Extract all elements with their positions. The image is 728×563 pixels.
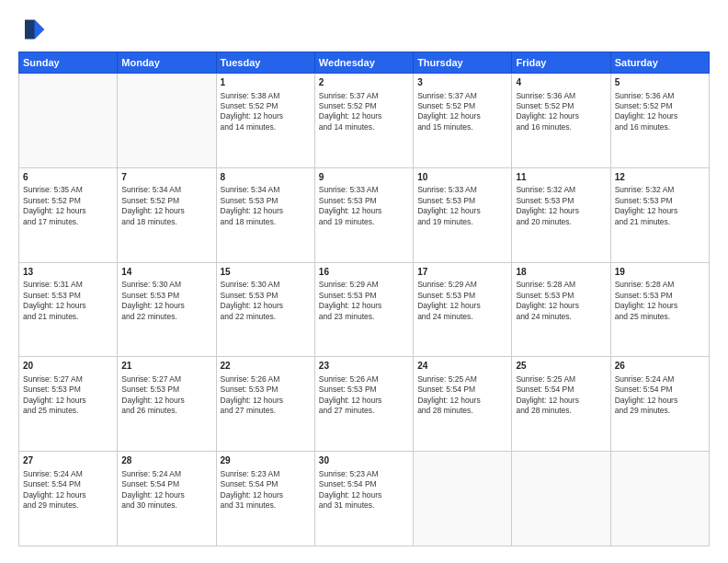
day-number: 7: [121, 171, 211, 184]
calendar-week-row: 6Sunrise: 5:35 AM Sunset: 5:52 PM Daylig…: [19, 167, 710, 262]
cell-sun-info: Sunrise: 5:29 AM Sunset: 5:53 PM Dayligh…: [319, 280, 409, 322]
calendar-cell: 7Sunrise: 5:34 AM Sunset: 5:52 PM Daylig…: [118, 167, 216, 262]
cell-sun-info: Sunrise: 5:35 AM Sunset: 5:52 PM Dayligh…: [23, 185, 113, 227]
calendar-cell: 30Sunrise: 5:23 AM Sunset: 5:54 PM Dayli…: [314, 452, 413, 546]
cell-sun-info: Sunrise: 5:26 AM Sunset: 5:53 PM Dayligh…: [319, 374, 409, 417]
day-number: 16: [319, 266, 409, 279]
calendar-cell: 17Sunrise: 5:29 AM Sunset: 5:53 PM Dayli…: [414, 262, 512, 357]
calendar-cell: 13Sunrise: 5:31 AM Sunset: 5:53 PM Dayli…: [19, 262, 118, 357]
day-number: 6: [23, 171, 113, 184]
day-number: 22: [221, 360, 311, 373]
day-number: 1: [221, 76, 311, 89]
cell-sun-info: Sunrise: 5:26 AM Sunset: 5:53 PM Dayligh…: [221, 374, 311, 417]
calendar-cell: 18Sunrise: 5:28 AM Sunset: 5:53 PM Dayli…: [512, 262, 610, 357]
day-number: 18: [516, 266, 606, 279]
calendar-cell: 5Sunrise: 5:36 AM Sunset: 5:52 PM Daylig…: [610, 74, 709, 168]
calendar-table: SundayMondayTuesdayWednesdayThursdayFrid…: [18, 52, 710, 546]
cell-sun-info: Sunrise: 5:34 AM Sunset: 5:52 PM Dayligh…: [121, 185, 211, 227]
day-number: 20: [23, 360, 113, 373]
calendar-cell: 9Sunrise: 5:33 AM Sunset: 5:53 PM Daylig…: [314, 167, 413, 262]
day-number: 14: [121, 266, 211, 279]
calendar-cell: [610, 452, 709, 546]
day-number: 28: [121, 454, 211, 467]
cell-sun-info: Sunrise: 5:29 AM Sunset: 5:53 PM Dayligh…: [417, 280, 507, 322]
logo-icon: [18, 17, 44, 42]
day-number: 10: [417, 171, 507, 184]
day-number: 30: [319, 454, 409, 467]
calendar-cell: 4Sunrise: 5:36 AM Sunset: 5:52 PM Daylig…: [512, 74, 610, 168]
calendar-cell: 25Sunrise: 5:25 AM Sunset: 5:54 PM Dayli…: [512, 357, 610, 452]
calendar-week-row: 1Sunrise: 5:38 AM Sunset: 5:52 PM Daylig…: [19, 74, 710, 168]
calendar-cell: 1Sunrise: 5:38 AM Sunset: 5:52 PM Daylig…: [216, 74, 314, 168]
cell-sun-info: Sunrise: 5:23 AM Sunset: 5:54 PM Dayligh…: [221, 469, 311, 511]
calendar-cell: 2Sunrise: 5:37 AM Sunset: 5:52 PM Daylig…: [314, 74, 413, 168]
cell-sun-info: Sunrise: 5:25 AM Sunset: 5:54 PM Dayligh…: [417, 374, 507, 417]
day-number: 24: [417, 360, 507, 373]
day-number: 2: [319, 76, 409, 89]
calendar-cell: 16Sunrise: 5:29 AM Sunset: 5:53 PM Dayli…: [314, 262, 413, 357]
calendar-cell: 10Sunrise: 5:33 AM Sunset: 5:53 PM Dayli…: [414, 167, 512, 262]
calendar-cell: 28Sunrise: 5:24 AM Sunset: 5:54 PM Dayli…: [118, 452, 216, 546]
cell-sun-info: Sunrise: 5:30 AM Sunset: 5:53 PM Dayligh…: [221, 280, 311, 322]
day-number: 26: [615, 360, 705, 373]
cell-sun-info: Sunrise: 5:23 AM Sunset: 5:54 PM Dayligh…: [319, 469, 409, 511]
cell-sun-info: Sunrise: 5:24 AM Sunset: 5:54 PM Dayligh…: [615, 374, 705, 417]
calendar-week-row: 27Sunrise: 5:24 AM Sunset: 5:54 PM Dayli…: [19, 452, 710, 546]
weekday-header: Monday: [118, 52, 216, 74]
calendar-cell: 6Sunrise: 5:35 AM Sunset: 5:52 PM Daylig…: [19, 167, 118, 262]
cell-sun-info: Sunrise: 5:28 AM Sunset: 5:53 PM Dayligh…: [615, 280, 705, 322]
day-number: 15: [221, 266, 311, 279]
calendar-cell: 14Sunrise: 5:30 AM Sunset: 5:53 PM Dayli…: [118, 262, 216, 357]
day-number: 27: [23, 454, 113, 467]
calendar-cell: 24Sunrise: 5:25 AM Sunset: 5:54 PM Dayli…: [414, 357, 512, 452]
calendar-week-row: 13Sunrise: 5:31 AM Sunset: 5:53 PM Dayli…: [19, 262, 710, 357]
cell-sun-info: Sunrise: 5:27 AM Sunset: 5:53 PM Dayligh…: [121, 374, 211, 417]
calendar-cell: 19Sunrise: 5:28 AM Sunset: 5:53 PM Dayli…: [610, 262, 709, 357]
day-number: 11: [516, 171, 606, 184]
day-number: 21: [121, 360, 211, 373]
header: [18, 17, 710, 42]
cell-sun-info: Sunrise: 5:32 AM Sunset: 5:53 PM Dayligh…: [615, 185, 705, 227]
day-number: 12: [615, 171, 705, 184]
day-number: 17: [417, 266, 507, 279]
cell-sun-info: Sunrise: 5:30 AM Sunset: 5:53 PM Dayligh…: [121, 280, 211, 322]
day-number: 13: [23, 266, 113, 279]
day-number: 9: [319, 171, 409, 184]
weekday-header: Tuesday: [216, 52, 314, 74]
day-number: 23: [319, 360, 409, 373]
weekday-header: Wednesday: [314, 52, 413, 74]
cell-sun-info: Sunrise: 5:27 AM Sunset: 5:53 PM Dayligh…: [23, 374, 113, 417]
cell-sun-info: Sunrise: 5:37 AM Sunset: 5:52 PM Dayligh…: [319, 91, 409, 133]
calendar-cell: 8Sunrise: 5:34 AM Sunset: 5:53 PM Daylig…: [216, 167, 314, 262]
calendar-cell: 29Sunrise: 5:23 AM Sunset: 5:54 PM Dayli…: [216, 452, 314, 546]
calendar-cell: 21Sunrise: 5:27 AM Sunset: 5:53 PM Dayli…: [118, 357, 216, 452]
cell-sun-info: Sunrise: 5:24 AM Sunset: 5:54 PM Dayligh…: [23, 469, 113, 511]
cell-sun-info: Sunrise: 5:32 AM Sunset: 5:53 PM Dayligh…: [516, 185, 606, 227]
weekday-header: Thursday: [414, 52, 512, 74]
cell-sun-info: Sunrise: 5:34 AM Sunset: 5:53 PM Dayligh…: [221, 185, 311, 227]
cell-sun-info: Sunrise: 5:24 AM Sunset: 5:54 PM Dayligh…: [121, 469, 211, 511]
page: SundayMondayTuesdayWednesdayThursdayFrid…: [0, 0, 728, 563]
calendar-header-row: SundayMondayTuesdayWednesdayThursdayFrid…: [19, 52, 710, 74]
calendar-cell: 12Sunrise: 5:32 AM Sunset: 5:53 PM Dayli…: [610, 167, 709, 262]
calendar-cell: [512, 452, 610, 546]
cell-sun-info: Sunrise: 5:33 AM Sunset: 5:53 PM Dayligh…: [417, 185, 507, 227]
calendar-cell: 23Sunrise: 5:26 AM Sunset: 5:53 PM Dayli…: [314, 357, 413, 452]
calendar-cell: 15Sunrise: 5:30 AM Sunset: 5:53 PM Dayli…: [216, 262, 314, 357]
weekday-header: Friday: [512, 52, 610, 74]
weekday-header: Saturday: [610, 52, 709, 74]
cell-sun-info: Sunrise: 5:28 AM Sunset: 5:53 PM Dayligh…: [516, 280, 606, 322]
calendar-cell: 26Sunrise: 5:24 AM Sunset: 5:54 PM Dayli…: [610, 357, 709, 452]
calendar-week-row: 20Sunrise: 5:27 AM Sunset: 5:53 PM Dayli…: [19, 357, 710, 452]
day-number: 19: [615, 266, 705, 279]
day-number: 4: [516, 76, 606, 89]
day-number: 3: [417, 76, 507, 89]
calendar-cell: [19, 74, 118, 168]
cell-sun-info: Sunrise: 5:31 AM Sunset: 5:53 PM Dayligh…: [23, 280, 113, 322]
day-number: 8: [221, 171, 311, 184]
logo: [18, 17, 48, 42]
cell-sun-info: Sunrise: 5:33 AM Sunset: 5:53 PM Dayligh…: [319, 185, 409, 227]
day-number: 29: [221, 454, 311, 467]
calendar-cell: [414, 452, 512, 546]
calendar-cell: 3Sunrise: 5:37 AM Sunset: 5:52 PM Daylig…: [414, 74, 512, 168]
